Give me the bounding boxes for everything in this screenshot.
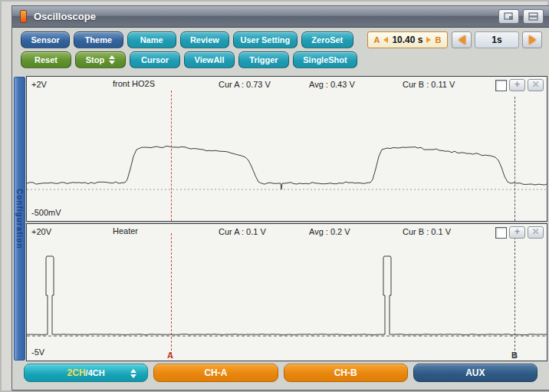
channel-count-selector[interactable]: 2CH/4CH: [24, 364, 148, 382]
panel-checkbox[interactable]: [495, 227, 507, 239]
top-scale-label: +20V: [31, 227, 51, 236]
cursor-b-value: Cur B : 0.11 V: [403, 80, 455, 89]
bottom-scale-label: -500mV: [31, 208, 61, 217]
cursor-button[interactable]: Cursor: [130, 51, 180, 68]
cursor-a-label: A: [167, 351, 173, 360]
avg-value: Avg : 0.43 V: [309, 80, 355, 89]
theme-button[interactable]: Theme: [74, 31, 123, 48]
channel-count-stepper-icon[interactable]: [130, 369, 136, 378]
cursor-a-line[interactable]: [171, 233, 172, 358]
scope-panel-front-ho2s: +2V front HO2S Cur A : 0.73 V Avg : 0.43…: [26, 76, 547, 222]
window-restore-icon: [504, 12, 514, 21]
scope-panel-heater: A B +20V Heater Cur A : 0.1 V Avg : 0.2 …: [26, 223, 547, 361]
bottom-scale-label: -5V: [31, 348, 44, 357]
name-button[interactable]: Name: [127, 31, 176, 48]
screenshot-frame: Oscilloscope Sensor Theme Name Review: [0, 0, 549, 392]
timebase-prev-button[interactable]: [452, 31, 472, 48]
cursor-a-value: Cur A : 0.73 V: [219, 80, 271, 89]
panel-controls: + ✕: [495, 226, 544, 239]
panel-zoom-in-button[interactable]: +: [509, 79, 525, 91]
panel-controls: + ✕: [495, 79, 544, 91]
timebase-next-button[interactable]: [522, 31, 542, 48]
toolbar-row-2: Reset Stop Cursor ViewAll Trigger Single…: [21, 51, 549, 68]
toolbar: Sensor Theme Name Review User Setting Ze…: [12, 28, 549, 75]
zeroset-button[interactable]: ZeroSet: [301, 31, 353, 48]
cursor-b-letter: B: [435, 35, 441, 44]
channel-name-label: front HO2S: [113, 79, 155, 88]
configuration-label: Configuration: [15, 189, 24, 249]
sensor-button[interactable]: Sensor: [21, 31, 70, 48]
window-tile-button[interactable]: [523, 9, 544, 24]
user-setting-button[interactable]: User Setting: [233, 31, 298, 48]
channel-name-label: Heater: [113, 226, 138, 236]
ch-a-button[interactable]: CH-A: [153, 364, 278, 382]
reset-button[interactable]: Reset: [21, 51, 71, 68]
waveform-heater: [27, 224, 547, 361]
oscilloscope-window: Oscilloscope Sensor Theme Name Review: [12, 5, 549, 390]
stop-button[interactable]: Stop: [75, 51, 126, 68]
cursor-b-line[interactable]: [514, 97, 515, 221]
cursor-a-letter: A: [373, 35, 380, 44]
panel-close-button[interactable]: ✕: [528, 79, 544, 91]
cursor-b-line[interactable]: [514, 233, 515, 358]
right-arrow-icon: [529, 35, 536, 44]
title-bar: Oscilloscope: [12, 6, 549, 28]
top-scale-label: +2V: [31, 80, 47, 89]
trigger-button[interactable]: Trigger: [238, 51, 289, 68]
ab-left-arrow-icon: [383, 37, 388, 43]
cursor-a-line[interactable]: [171, 91, 172, 221]
aux-button[interactable]: AUX: [413, 364, 537, 382]
app-icon: [20, 10, 27, 23]
window-title: Oscilloscope: [34, 11, 96, 22]
timebase-display: 1s: [475, 31, 519, 48]
window-restore-button[interactable]: [498, 9, 519, 24]
stop-stepper-icon[interactable]: [109, 55, 115, 64]
window-tile-icon: [528, 12, 538, 21]
cursor-a-value: Cur A : 0.1 V: [219, 227, 266, 236]
panel-zoom-in-button[interactable]: +: [509, 226, 525, 239]
left-arrow-icon: [459, 35, 465, 44]
cursor-b-value: Cur B : 0.1 V: [403, 227, 451, 236]
panel-close-button[interactable]: ✕: [528, 226, 544, 239]
viewall-button[interactable]: ViewAll: [184, 51, 235, 68]
configuration-sidebar[interactable]: Configuration: [14, 77, 25, 361]
ch-b-button[interactable]: CH-B: [284, 364, 408, 382]
channel-count-primary: 2CH: [67, 367, 86, 378]
channel-bar: 2CH/4CH CH-A CH-B AUX: [14, 362, 547, 385]
ab-time-value: 10.40 s: [392, 35, 422, 45]
toolbar-row-1: Sensor Theme Name Review User Setting Ze…: [21, 31, 549, 48]
avg-value: Avg : 0.2 V: [309, 227, 350, 236]
ab-right-arrow-icon: [426, 37, 431, 43]
waveform-front-ho2s: [27, 77, 547, 221]
ab-time-range-display[interactable]: A 10.40 s B: [367, 31, 448, 48]
review-button[interactable]: Review: [180, 31, 229, 48]
channel-count-secondary: /4CH: [86, 368, 105, 377]
singleshot-button[interactable]: SingleShot: [293, 51, 357, 68]
timebase-control: 1s: [452, 31, 542, 48]
panel-checkbox[interactable]: [495, 80, 507, 91]
cursor-b-label: B: [511, 351, 518, 360]
